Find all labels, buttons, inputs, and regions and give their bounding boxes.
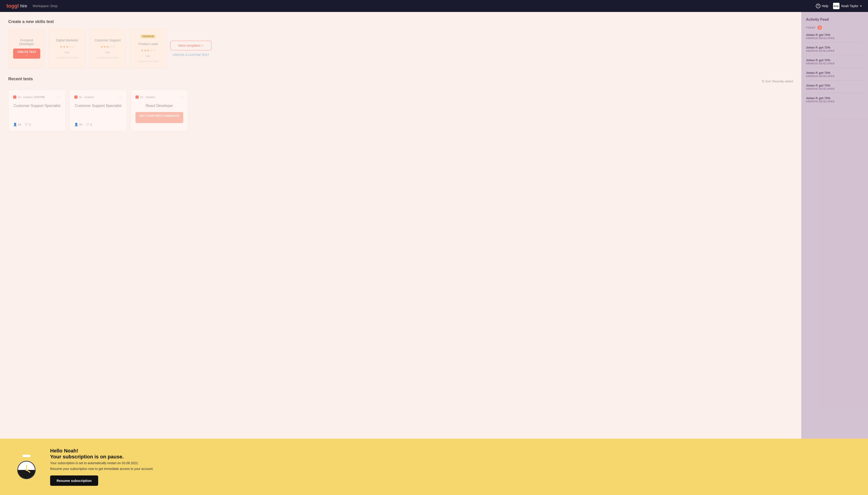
templates-row: Frontend Developer CREATE TEST → Digital… — [8, 29, 793, 68]
stars-customer: ★★★☆☆ — [100, 45, 115, 49]
test-name-0: Customer Support Specialist — [13, 102, 61, 110]
help-button[interactable]: ? Help — [816, 4, 829, 8]
clock-icon — [14, 454, 39, 480]
activity-name-0: Johan P. got 72% — [806, 33, 863, 37]
test-card-2: 2w · Updated ⋯ React Developer GET YOUR … — [131, 90, 188, 131]
test-badge-2: 2w · Updated — [135, 96, 155, 99]
test-skills-1: 🛡 6 — [86, 123, 92, 126]
rating-label-customer: CANDIDATE RATING — [97, 56, 118, 59]
activity-sub-4: ANDROID DEVELOPER — [806, 88, 863, 90]
skills-icon-0: 🛡 — [25, 123, 28, 126]
stars-product: ★★★☆☆ — [141, 49, 156, 52]
test-card-header-1: 2w · Updated ⋯ — [74, 95, 122, 100]
activity-sub-3: ANDROID DEVELOPER — [806, 75, 863, 78]
create-test-button-frontend[interactable]: CREATE TEST → — [13, 49, 40, 59]
activity-sub-0: ANDROID DEVELOPER — [806, 37, 863, 39]
test-badge-0: 2w · Updated CUSTOM — [13, 96, 45, 99]
test-stats-1: 👤 84 🛡 6 — [74, 123, 122, 126]
recent-section: Recent tests ⇅ Sort: Recently added 2w ·… — [8, 76, 793, 131]
topnav-right: ? Help drop Noah Taylor ▾ — [816, 3, 862, 9]
skills-count-1: 6 — [90, 123, 92, 126]
test-cards-row: 2w · Updated CUSTOM ⋯ Customer Support S… — [8, 90, 793, 131]
create-custom-test-link[interactable]: CREATE A CUSTOM TEST — [173, 53, 209, 56]
content-area: Create a new skills test Frontend Develo… — [0, 12, 801, 495]
recent-section-title: Recent tests — [8, 76, 33, 82]
activity-name-3: Johan P. got 72% — [806, 71, 863, 74]
candidates-icon-1: 👤 — [74, 123, 78, 126]
activity-item-1: Johan P. got 72% ANDROID DEVELOPER — [806, 46, 863, 55]
test-badge-1: 2w · Updated — [74, 96, 94, 99]
activity-item-0: Johan P. got 72% ANDROID DEVELOPER — [806, 33, 863, 42]
skills-count-0: 6 — [29, 123, 31, 126]
sort-label-text: Sort: Recently added — [765, 80, 793, 83]
resume-subscription-button[interactable]: Resume subscription — [50, 475, 98, 486]
user-name: Noah Taylor — [841, 4, 858, 8]
test-candidates-0: 👤 84 — [13, 123, 21, 126]
template-name-digital: Digital Marketer — [56, 38, 79, 42]
test-more-0[interactable]: ⋯ — [57, 95, 61, 100]
test-dot-2 — [135, 96, 139, 99]
test-updated-2: 2w · Updated — [140, 96, 155, 99]
test-more-1[interactable]: ⋯ — [118, 95, 122, 100]
template-card-customer: Customer Support ★★★☆☆ 91% CANDIDATE RAT… — [89, 29, 126, 68]
template-name-frontend: Frontend Developer — [13, 38, 40, 46]
main-layout: Create a new skills test Frontend Develo… — [0, 12, 868, 495]
skills-icon-1: 🛡 — [86, 123, 89, 126]
activity-item-5: Johan P. got 72% ANDROID DEVELOPER — [806, 96, 863, 106]
sort-icon: ⇅ — [762, 80, 764, 83]
template-card-digital: Digital Marketer ★★★☆☆ 91% CANDIDATE RAT… — [49, 29, 86, 68]
test-more-2[interactable]: ⋯ — [179, 95, 183, 100]
test-candidates-1: 👤 84 — [74, 123, 82, 126]
svg-rect-0 — [22, 455, 30, 457]
logo-toggl: toggl — [6, 3, 19, 9]
svg-point-6 — [25, 469, 28, 471]
activity-name-4: Johan P. got 72% — [806, 84, 863, 87]
test-name-2: React Developer — [135, 102, 183, 110]
activity-name-1: Johan P. got 72% — [806, 46, 863, 49]
sort-button[interactable]: ⇅ Sort: Recently added — [762, 80, 793, 83]
activity-name-5: Johan P. got 72% — [806, 96, 863, 100]
test-card-1: 2w · Updated ⋯ Customer Support Speciali… — [69, 90, 127, 131]
help-circle-icon: ? — [816, 4, 820, 8]
rating-label-product: CANDIDATE RATING — [137, 60, 159, 63]
banner-text: Hello Noah!Your subscription is on pause… — [50, 448, 154, 486]
get-candidate-button[interactable]: GET YOUR FIRST CANDIDATE → — [135, 112, 183, 123]
activity-sub-2: ANDROID DEVELOPER — [806, 62, 863, 65]
activity-name-2: Johan P. got 72% — [806, 58, 863, 62]
logo[interactable]: toggl hire — [6, 3, 27, 9]
premium-badge: PREMIUM — [140, 34, 156, 38]
rating-customer: 91% — [105, 51, 110, 54]
workspace-label: Workspace: Drop — [33, 4, 57, 8]
candidates-icon-0: 👤 — [13, 123, 17, 126]
stars-digital: ★★★☆☆ — [60, 45, 75, 49]
right-sidebar: Activity Feed TODAY 1 Johan P. got 72% A… — [801, 12, 868, 495]
logo-hire: hire — [20, 4, 27, 8]
test-name-1: Customer Support Specialist — [74, 102, 122, 110]
activity-feed: Johan P. got 72% ANDROID DEVELOPER Johan… — [806, 33, 863, 106]
activity-sub-1: ANDROID DEVELOPER — [806, 50, 863, 52]
template-card-frontend: Frontend Developer CREATE TEST → — [8, 29, 45, 68]
today-label: TODAY — [806, 26, 816, 29]
test-card-header-2: 2w · Updated ⋯ — [135, 95, 183, 100]
template-card-product: PREMIUM Product Lead ★★★☆☆ 91% CANDIDATE… — [130, 29, 167, 68]
create-section: Create a new skills test Frontend Develo… — [8, 19, 793, 68]
top-navigation: toggl hire Workspace: Drop ? Help drop N… — [0, 0, 868, 12]
activity-sub-5: ANDROID DEVELOPER — [806, 100, 863, 103]
template-name-product: Product Lead — [138, 42, 157, 46]
banner-line2: Resume your subscription now to get imme… — [50, 466, 154, 471]
user-menu[interactable]: drop Noah Taylor ▾ — [833, 3, 862, 9]
activity-title: Activity Feed — [806, 17, 863, 22]
banner-greeting: Hello Noah!Your subscription is on pause… — [50, 448, 154, 460]
create-section-title: Create a new skills test — [8, 19, 793, 24]
recent-row-header: Recent tests ⇅ Sort: Recently added — [8, 76, 793, 86]
more-templates-col: More templates > CREATE A CUSTOM TEST — [170, 29, 211, 68]
test-updated-1: 2w · Updated — [79, 96, 94, 99]
more-templates-button[interactable]: More templates > — [170, 41, 211, 50]
activity-item-4: Johan P. got 72% ANDROID DEVELOPER — [806, 84, 863, 93]
template-name-customer: Customer Support — [94, 38, 121, 42]
test-dot-1 — [74, 96, 77, 99]
activity-item-3: Johan P. got 72% ANDROID DEVELOPER — [806, 71, 863, 81]
chevron-down-icon: ▾ — [860, 4, 862, 7]
banner-line1: Your subscription is set to automaticall… — [50, 461, 154, 465]
user-icon: drop — [833, 3, 839, 9]
